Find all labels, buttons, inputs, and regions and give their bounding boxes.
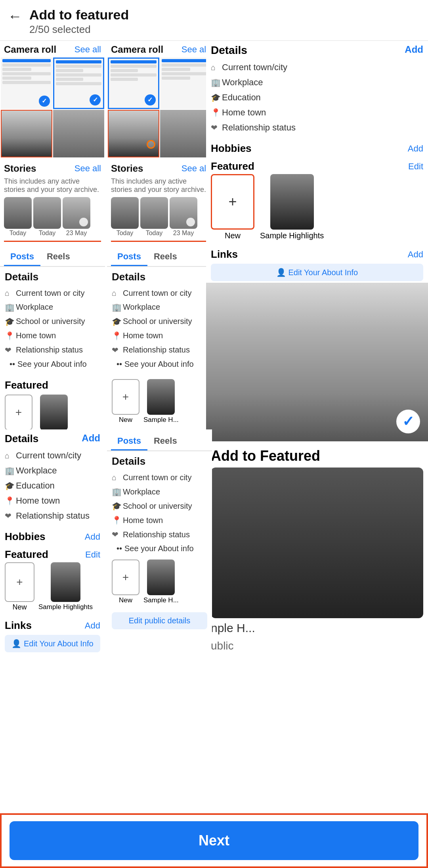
- featured-new-item: + New: [211, 174, 254, 240]
- detail-item: ❤ Relationship status: [112, 343, 207, 357]
- school-icon: 🎓: [5, 317, 16, 326]
- camera-roll-title-2: Camera roll: [111, 44, 163, 55]
- header: ← Add to featured 2/50 selected: [0, 0, 428, 41]
- header-text: Add to featured 2/50 selected: [29, 7, 129, 36]
- photo-cell[interactable]: ✓: [53, 57, 105, 109]
- detail-item: 🎓 School or university: [112, 314, 207, 329]
- tab-reels-1[interactable]: Reels: [40, 248, 76, 266]
- detail-item: ⌂ Current town or city: [112, 471, 207, 485]
- featured-sample-item: Sample H...: [143, 379, 179, 424]
- back-button[interactable]: ←: [8, 8, 22, 25]
- photo-cell[interactable]: ✓: [1, 57, 52, 109]
- details-add-4[interactable]: Add: [82, 433, 100, 445]
- photo-cell[interactable]: [160, 110, 212, 157]
- detail-item: 📍 Home town: [5, 493, 100, 508]
- story-thumb[interactable]: [63, 197, 90, 229]
- featured-sample-label-3: Sample Highlights: [260, 231, 324, 240]
- tab-reels-5[interactable]: Reels: [147, 433, 183, 450]
- details-header-3: Details Add: [211, 44, 423, 57]
- photo-cell[interactable]: [53, 110, 105, 157]
- tabs-bar-1: Posts Reels: [0, 248, 105, 267]
- detail-text: Home town: [16, 496, 60, 506]
- detail-item: 🏢 Workplace: [112, 485, 207, 499]
- ellipsis-icon: ••: [117, 544, 122, 553]
- featured-edit-4[interactable]: Edit: [85, 550, 100, 560]
- links-add-4[interactable]: Add: [85, 621, 100, 631]
- photo-cell[interactable]: [160, 57, 212, 109]
- big-photo[interactable]: ✓: [206, 283, 428, 441]
- featured-sample-thumb[interactable]: [147, 379, 175, 415]
- detail-item: 🎓 Education: [211, 90, 423, 105]
- story-thumb[interactable]: [140, 197, 168, 229]
- hobbies-add-3[interactable]: Add: [408, 144, 423, 154]
- bottom-right-photo[interactable]: [211, 468, 423, 618]
- story-thumb[interactable]: [111, 197, 139, 229]
- stories-header-2: Stories See all: [111, 161, 208, 176]
- edit-about-btn-3[interactable]: 👤 Edit Your About Info: [211, 264, 423, 281]
- pin-icon: 📍: [5, 496, 16, 506]
- featured-new-button[interactable]: +: [5, 395, 32, 430]
- stories-strip-2: Today Today 23 May: [111, 197, 208, 237]
- tab-posts-5[interactable]: Posts: [111, 433, 147, 450]
- links-section-4: Links Add: [0, 615, 105, 633]
- links-title-4: Links: [5, 619, 32, 632]
- featured-new-button-5[interactable]: +: [112, 560, 139, 595]
- story-label: Today: [146, 230, 163, 237]
- tab-posts-1[interactable]: Posts: [4, 248, 40, 266]
- detail-item: ⌂ Current town or city: [5, 286, 100, 300]
- plus-icon: +: [228, 194, 237, 210]
- heart-icon: ❤: [112, 530, 123, 539]
- pin-icon: 📍: [112, 331, 123, 341]
- featured-new-item: + New: [5, 562, 34, 611]
- featured-new-button-3[interactable]: +: [211, 174, 254, 230]
- photo-cell[interactable]: ✓: [108, 57, 159, 109]
- camera-roll-see-all-1[interactable]: See all: [75, 44, 101, 55]
- see-about-info-1[interactable]: •• See your About info: [5, 357, 100, 371]
- plus-icon: +: [122, 571, 129, 584]
- hobbies-add-4[interactable]: Add: [85, 532, 100, 542]
- tab-posts-2[interactable]: Posts: [111, 248, 147, 266]
- work-icon: 🏢: [5, 303, 16, 312]
- detail-item: ⌂ Current town/city: [211, 60, 423, 75]
- stories-section-2: Stories See all This includes any active…: [107, 157, 212, 245]
- detail-text: Relationship status: [123, 345, 190, 354]
- featured-new-button-4[interactable]: +: [5, 562, 34, 602]
- see-about-info-2[interactable]: •• See your About info: [112, 357, 207, 371]
- pin-icon: 📍: [112, 515, 123, 525]
- pin-icon: 📍: [5, 331, 16, 341]
- featured-new-label-3: New: [225, 231, 241, 240]
- school-icon: 🎓: [112, 317, 123, 326]
- story-thumb[interactable]: [4, 197, 32, 229]
- story-thumb[interactable]: [170, 197, 197, 229]
- edit-about-btn-4[interactable]: 👤 Edit Your About Info: [5, 635, 100, 652]
- home-icon: ⌂: [112, 289, 123, 298]
- see-about-info-5[interactable]: •• See your About info: [112, 542, 207, 556]
- detail-item: ❤ Relationship status: [211, 120, 423, 135]
- featured-sample-thumb-4[interactable]: [51, 562, 80, 602]
- school-icon: 🎓: [5, 481, 16, 491]
- featured-sample-thumb[interactable]: [40, 395, 68, 430]
- plus-icon: +: [16, 576, 23, 588]
- photo-cell[interactable]: [108, 110, 159, 157]
- detail-item: ⌂ Current town or city: [112, 286, 207, 300]
- featured-title-4: Featured: [5, 548, 48, 561]
- story-thumb[interactable]: [33, 197, 61, 229]
- featured-new-button[interactable]: +: [112, 379, 139, 415]
- photo-cell[interactable]: [1, 110, 52, 157]
- stories-see-all-2[interactable]: See all: [182, 163, 208, 174]
- stories-see-all-1[interactable]: See all: [75, 163, 101, 174]
- next-button[interactable]: Next: [10, 821, 418, 860]
- featured-sample-thumb-5[interactable]: [147, 560, 175, 595]
- see-about-text-5: See your About info: [124, 544, 194, 553]
- featured-sample-thumb-3[interactable]: [270, 174, 314, 230]
- detail-text: Workplace: [16, 303, 53, 312]
- bottom-caption-sub: ublic: [206, 638, 428, 654]
- edit-public-btn-5[interactable]: Edit public details: [112, 612, 207, 629]
- links-add-3[interactable]: Add: [408, 249, 423, 260]
- featured-new-item: + New: [112, 560, 139, 604]
- camera-roll-see-all-2[interactable]: See all: [182, 44, 208, 55]
- featured-edit-3[interactable]: Edit: [408, 161, 423, 172]
- tab-reels-2[interactable]: Reels: [147, 248, 183, 266]
- details-add-3[interactable]: Add: [405, 44, 423, 57]
- details-section-3: Details Add ⌂ Current town/city 🏢 Workpl…: [206, 41, 428, 138]
